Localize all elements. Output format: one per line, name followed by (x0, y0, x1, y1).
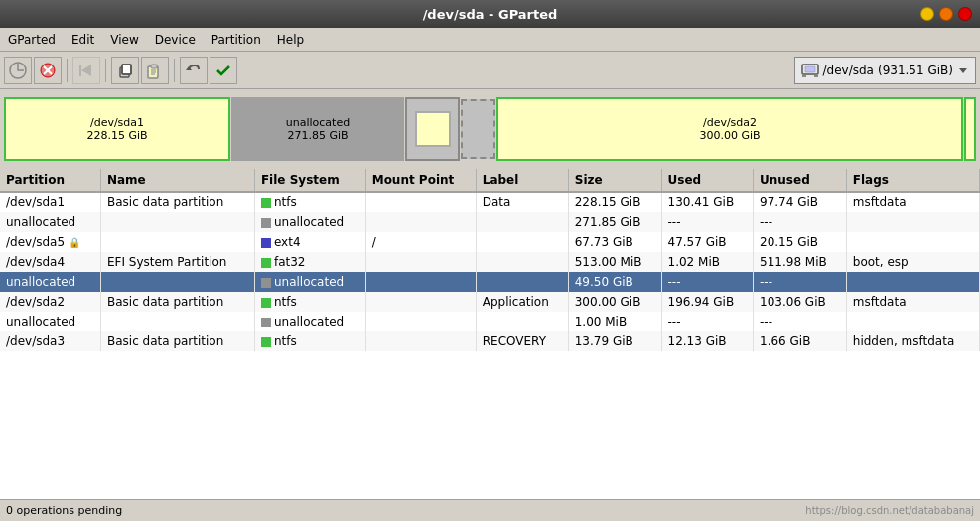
cancel-button[interactable] (34, 57, 62, 84)
svg-rect-16 (805, 66, 815, 72)
status-bar: 0 operations pending https://blog.csdn.n… (0, 499, 980, 521)
undo-button[interactable] (180, 57, 208, 84)
dropdown-icon (957, 65, 969, 76)
menu-bar: GParted Edit View Device Partition Help (0, 28, 980, 52)
menu-device[interactable]: Device (147, 31, 204, 49)
partition-table: Partition Name File System Mount Point L… (0, 169, 980, 351)
copy-button[interactable] (111, 57, 139, 84)
close-button[interactable] (958, 7, 972, 21)
pv-unalloc1-label: unallocated (286, 116, 350, 129)
menu-help[interactable]: Help (269, 31, 312, 49)
device-size: (931.51 GiB) (878, 64, 953, 77)
pv-sda1-size: 228.15 GiB (86, 129, 147, 142)
col-partition: Partition (0, 169, 100, 192)
operations-status: 0 operations pending (6, 504, 122, 517)
title-bar: /dev/sda - GParted (0, 0, 980, 28)
menu-gparted[interactable]: GParted (0, 31, 64, 49)
pv-ext4[interactable] (415, 111, 451, 147)
window-title: /dev/sda - GParted (423, 7, 558, 22)
col-used: Used (661, 169, 754, 192)
status-url: https://blog.csdn.net/datababanaj (805, 505, 974, 516)
table-row[interactable]: /dev/sda1Basic data partitionntfsData228… (0, 192, 980, 212)
pv-sda1-label: /dev/sda1 (90, 116, 144, 129)
col-unused: Unused (754, 169, 847, 192)
svg-marker-19 (959, 68, 967, 73)
table-row[interactable]: unallocatedunallocated49.50 GiB------ (0, 272, 980, 292)
separator-2 (105, 59, 106, 82)
pv-fat32-group (461, 99, 495, 159)
back-button[interactable] (72, 57, 100, 84)
table-row[interactable]: unallocatedunallocated271.85 GiB------ (0, 212, 980, 232)
pv-sda3-thin[interactable] (964, 97, 976, 161)
col-name: Name (100, 169, 254, 192)
svg-marker-4 (81, 65, 91, 76)
separator-3 (174, 59, 175, 82)
col-flags: Flags (846, 169, 979, 192)
minimize-button[interactable] (920, 7, 934, 21)
table-row[interactable]: /dev/sda5 🔒ext4/67.73 GiB47.57 GiB20.15 … (0, 232, 980, 252)
apply-button[interactable] (210, 57, 237, 84)
menu-partition[interactable]: Partition (204, 31, 269, 49)
col-label: Label (476, 169, 568, 192)
pv-unalloc1[interactable]: unallocated 271.85 GiB (231, 97, 404, 161)
svg-rect-17 (802, 75, 806, 77)
pv-sda2-label: /dev/sda2 (703, 116, 757, 129)
device-selector[interactable]: /dev/sda (931.51 GiB) (794, 57, 976, 84)
pv-logical-container (405, 97, 460, 161)
table-body: /dev/sda1Basic data partitionntfsData228… (0, 192, 980, 351)
device-label: /dev/sda (823, 64, 874, 77)
menu-view[interactable]: View (102, 31, 146, 49)
table-header-row: Partition Name File System Mount Point L… (0, 169, 980, 192)
pv-sda2[interactable]: /dev/sda2 300.00 GiB (496, 97, 963, 161)
table-row[interactable]: /dev/sda3Basic data partitionntfsRECOVER… (0, 331, 980, 351)
col-size: Size (568, 169, 661, 192)
table-row[interactable]: /dev/sda2Basic data partitionntfsApplica… (0, 292, 980, 312)
paste-button[interactable] (141, 57, 169, 84)
maximize-button[interactable] (939, 7, 953, 21)
pv-unalloc1-size: 271.85 GiB (287, 129, 348, 142)
svg-rect-10 (151, 65, 157, 68)
table-row[interactable]: /dev/sda4EFI System Partitionfat32513.00… (0, 252, 980, 272)
svg-rect-18 (814, 75, 818, 77)
col-filesystem: File System (254, 169, 365, 192)
pv-sda1[interactable]: /dev/sda1 228.15 GiB (4, 97, 230, 161)
partition-table-container: Partition Name File System Mount Point L… (0, 169, 980, 499)
pv-sda2-size: 300.00 GiB (699, 129, 760, 142)
gparted-button[interactable] (4, 57, 32, 84)
col-mountpoint: Mount Point (365, 169, 476, 192)
toolbar: /dev/sda (931.51 GiB) (0, 52, 980, 89)
menu-edit[interactable]: Edit (64, 31, 102, 49)
separator-1 (67, 59, 68, 82)
table-row[interactable]: unallocatedunallocated1.00 MiB------ (0, 312, 980, 331)
svg-rect-7 (122, 65, 131, 74)
partition-visual: /dev/sda1 228.15 GiB unallocated 271.85 … (0, 89, 980, 169)
